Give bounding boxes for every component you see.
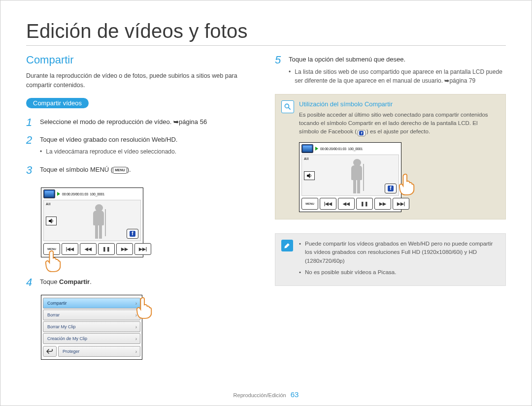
next-button[interactable]: ▶▶| bbox=[393, 198, 409, 210]
back-button[interactable] bbox=[43, 346, 57, 357]
step-1-page-ref: página 56 bbox=[179, 118, 207, 125]
arrow-icon: ➥ bbox=[444, 77, 449, 84]
step-4-bold: Compartir bbox=[59, 278, 90, 285]
facebook-icon: f bbox=[130, 231, 135, 237]
chevron-right-icon: › bbox=[135, 349, 137, 354]
svg-marker-0 bbox=[49, 219, 52, 223]
menu-item-creacion-myclip[interactable]: Creación de My Clip› bbox=[43, 333, 140, 344]
step-2-text: Toque el vídeo grabado con resolución We… bbox=[40, 136, 177, 143]
step-1-text: Seleccione el modo de reproducción de ví… bbox=[40, 118, 173, 125]
menu-item-borrar-myclip[interactable]: Borrar My Clip› bbox=[43, 321, 140, 332]
magnifier-icon bbox=[281, 100, 294, 113]
tip-title: Utilización del símbolo Compartir bbox=[299, 100, 499, 108]
step-4-pre: Toque bbox=[40, 278, 59, 285]
step-5: Toque la opción del submenú que desee. L… bbox=[289, 55, 506, 87]
play-status-icon bbox=[315, 147, 318, 151]
forward-button[interactable]: ▶▶ bbox=[116, 243, 133, 255]
tip-body: Es posible acceder al último sitio web c… bbox=[299, 111, 499, 137]
svg-point-1 bbox=[285, 104, 289, 108]
step-number: 1 bbox=[26, 117, 35, 128]
note-box: Puede compartir los vídeos grabados en W… bbox=[275, 233, 506, 286]
rewind-button[interactable]: ◀◀ bbox=[338, 198, 355, 210]
note-bullet-2: No es posible subir vídeos a Picasa. bbox=[299, 268, 499, 277]
facebook-icon: f bbox=[388, 186, 394, 191]
menu-inline-icon: MENU bbox=[113, 167, 127, 174]
arrow-icon: ➥ bbox=[173, 118, 179, 125]
tip-box: Utilización del símbolo Compartir Es pos… bbox=[275, 94, 506, 220]
tap-hand-icon bbox=[135, 297, 154, 319]
forward-button[interactable]: ▶▶ bbox=[374, 198, 391, 210]
step-3-pre: Toque el símbolo MENÚ ( bbox=[40, 166, 113, 173]
all-label: All bbox=[46, 202, 57, 206]
menu-figure: Compartir› Borrar› Borrar My Clip› Creac… bbox=[41, 295, 142, 360]
step-1: Seleccione el modo de reproducción de ví… bbox=[40, 117, 257, 127]
page-footer: Reproducción/Edición 63 bbox=[0, 390, 532, 399]
footer-page-number: 63 bbox=[291, 390, 299, 399]
page-title: Edición de vídeos y fotos bbox=[26, 20, 506, 42]
menu-item-borrar[interactable]: Borrar› bbox=[43, 310, 140, 320]
tap-hand-icon bbox=[398, 174, 416, 195]
next-button[interactable]: ▶▶| bbox=[134, 243, 151, 255]
playback-time: 00:00:20/00:01:03 100_0001 bbox=[62, 192, 104, 196]
clip-thumb-icon bbox=[301, 144, 313, 153]
step-5-bullet: La lista de sitios web de uso compartido… bbox=[289, 67, 506, 85]
tap-hand-icon bbox=[44, 250, 63, 272]
step-3: Toque el símbolo MENÚ (MENU). bbox=[40, 165, 257, 175]
step-number: 4 bbox=[26, 277, 35, 288]
step-5-text: Toque la opción del submenú que desee. bbox=[289, 56, 405, 63]
silhouette-icon bbox=[348, 159, 368, 193]
prev-button[interactable]: |◀◀ bbox=[62, 243, 78, 255]
note-icon bbox=[281, 240, 293, 251]
sound-icon[interactable] bbox=[304, 171, 315, 180]
step-3-post: ). bbox=[127, 166, 131, 173]
intro-text: Durante la reproducción de vídeo o de fo… bbox=[26, 71, 257, 90]
step-4: Toque Compartir. bbox=[40, 277, 257, 287]
step-4-post: . bbox=[90, 278, 92, 285]
section-title: Compartir bbox=[26, 54, 257, 66]
share-fb-button[interactable]: f bbox=[127, 229, 138, 239]
svg-marker-3 bbox=[307, 173, 310, 178]
menu-item-compartir[interactable]: Compartir› bbox=[43, 298, 140, 309]
play-status-icon bbox=[57, 192, 60, 196]
menu-item-proteger[interactable]: Proteger› bbox=[58, 346, 140, 357]
note-bullet-1: Puede compartir los vídeos grabados en W… bbox=[299, 240, 499, 265]
player-figure-1: 00:00:20/00:01:03 100_0001 All bbox=[41, 187, 143, 257]
menu-button[interactable]: MENU bbox=[301, 198, 318, 210]
share-fb-button[interactable]: f bbox=[385, 184, 397, 193]
step-2-bullet: La videocámara reproduce el vídeo selecc… bbox=[40, 147, 257, 156]
all-label: All bbox=[304, 157, 315, 160]
svg-line-2 bbox=[289, 107, 291, 109]
chevron-right-icon: › bbox=[135, 324, 137, 330]
prev-button[interactable]: |◀◀ bbox=[320, 198, 336, 210]
playback-time: 00:00:20/00:01:03 100_0001 bbox=[320, 147, 363, 151]
chevron-right-icon: › bbox=[135, 336, 137, 342]
step-number: 3 bbox=[26, 165, 35, 176]
pause-button[interactable]: ❚❚ bbox=[356, 198, 373, 210]
step-number: 5 bbox=[275, 55, 284, 65]
sound-icon[interactable] bbox=[46, 217, 57, 225]
title-rule bbox=[26, 45, 506, 46]
clip-thumb-icon bbox=[43, 189, 55, 198]
step-2: Toque el vídeo grabado con resolución We… bbox=[40, 135, 257, 158]
pause-button[interactable]: ❚❚ bbox=[98, 243, 115, 255]
step-5-page-ref: página 79 bbox=[449, 77, 475, 84]
step-number: 2 bbox=[26, 135, 35, 146]
footer-section: Reproducción/Edición bbox=[233, 392, 286, 398]
subsection-pill: Compartir vídeos bbox=[26, 98, 89, 108]
facebook-inline-icon: f bbox=[358, 130, 366, 136]
silhouette-icon bbox=[90, 204, 110, 239]
rewind-button[interactable]: ◀◀ bbox=[80, 243, 97, 255]
